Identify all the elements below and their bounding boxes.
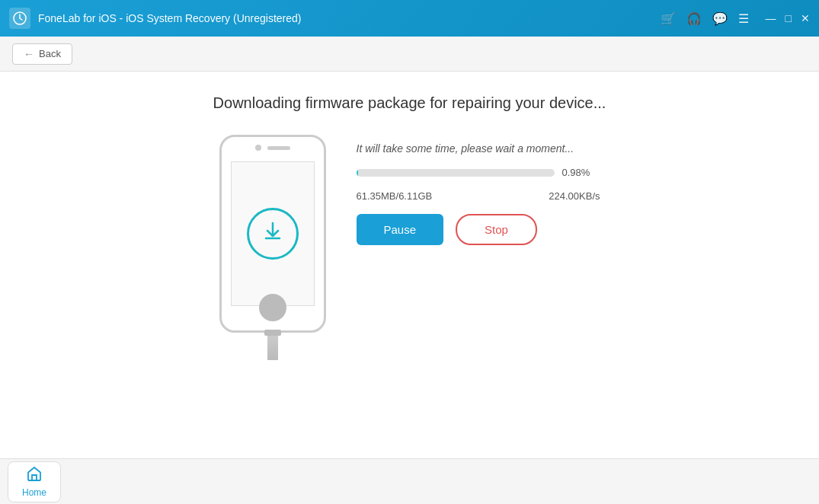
chat-icon[interactable]: 💬 <box>712 11 728 26</box>
progress-bar-fill <box>357 169 359 177</box>
maximize-button[interactable]: □ <box>785 13 792 24</box>
title-bar: FoneLab for iOS - iOS System Recovery (U… <box>0 0 819 37</box>
file-info: 61.35MB/6.11GB 224.00KB/s <box>357 190 600 202</box>
download-size: 61.35MB/6.11GB <box>357 190 433 202</box>
action-buttons: Pause Stop <box>357 214 600 245</box>
home-nav-label: Home <box>22 487 46 498</box>
back-label: Back <box>39 48 61 59</box>
home-icon <box>26 465 43 486</box>
app-title: FoneLab for iOS - iOS System Recovery (U… <box>38 12 301 24</box>
phone-screen <box>231 161 315 306</box>
phone-body <box>219 135 326 333</box>
title-bar-left: FoneLab for iOS - iOS System Recovery (U… <box>9 8 301 29</box>
pause-button[interactable]: Pause <box>357 214 444 245</box>
phone-cable <box>267 333 278 360</box>
stop-button[interactable]: Stop <box>456 214 537 245</box>
page-title: Downloading firmware package for repairi… <box>213 94 606 112</box>
app-icon <box>9 8 30 29</box>
headphone-icon[interactable]: 🎧 <box>686 11 702 26</box>
download-icon <box>260 219 286 250</box>
phone-connector <box>264 330 281 336</box>
phone-speaker <box>267 146 290 150</box>
title-bar-right: 🛒 🎧 💬 ☰ — □ ✕ <box>661 11 810 26</box>
main-content: Downloading firmware package for repairi… <box>0 72 819 458</box>
download-info: It will take some time, please wait a mo… <box>357 135 600 245</box>
menu-icon[interactable]: ☰ <box>738 11 749 26</box>
close-button[interactable]: ✕ <box>801 13 810 24</box>
wait-message: It will take some time, please wait a mo… <box>357 142 600 155</box>
phone-camera <box>255 145 261 151</box>
back-arrow-icon: ← <box>24 48 34 60</box>
bottom-nav: Home <box>0 458 819 504</box>
download-speed: 224.00KB/s <box>549 190 600 202</box>
back-button[interactable]: ← Back <box>12 43 72 65</box>
progress-bar-wrapper <box>357 169 555 177</box>
content-area: It will take some time, please wait a mo… <box>136 135 684 360</box>
phone-home-button <box>259 294 286 321</box>
minimize-button[interactable]: — <box>766 13 776 24</box>
phone-top <box>255 145 290 151</box>
cart-icon[interactable]: 🛒 <box>661 11 676 26</box>
download-circle <box>247 208 299 260</box>
phone-illustration <box>219 135 326 360</box>
progress-percent: 0.98% <box>562 167 600 178</box>
progress-container: 0.98% <box>357 167 600 178</box>
toolbar: ← Back <box>0 37 819 72</box>
home-nav-item[interactable]: Home <box>8 461 61 502</box>
window-controls: — □ ✕ <box>766 13 810 24</box>
